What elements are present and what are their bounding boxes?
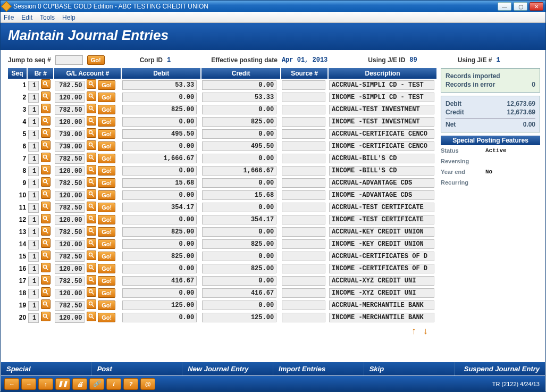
gl-go-button[interactable]: Go! [98,239,115,249]
gl-go-button[interactable]: Go! [98,227,115,237]
desc-input[interactable] [329,93,434,102]
br-lookup-icon[interactable] [41,263,51,272]
desc-input[interactable] [329,141,434,151]
gl-input[interactable] [55,215,85,225]
desc-input[interactable] [329,190,434,200]
scroll-up-icon[interactable]: ↑ [411,326,416,336]
desc-input[interactable] [329,276,434,286]
gl-go-button[interactable]: Go! [98,105,115,114]
debit-input[interactable] [122,166,197,176]
gl-input[interactable] [55,179,85,188]
gl-lookup-icon[interactable] [87,202,96,211]
credit-input[interactable] [202,117,276,127]
credit-input[interactable] [202,105,276,114]
desc-input[interactable] [329,301,434,310]
gl-go-button[interactable]: Go! [98,141,115,151]
link-icon[interactable]: 🔗 [89,378,104,390]
source-input[interactable] [282,117,325,127]
source-input[interactable] [282,227,325,237]
credit-input[interactable] [202,276,276,286]
desc-input[interactable] [329,117,434,127]
jump-seq-input[interactable] [55,55,83,65]
br-input[interactable] [28,93,39,103]
br-input[interactable] [28,252,39,262]
br-lookup-icon[interactable] [41,189,51,199]
br-lookup-icon[interactable] [41,165,51,174]
credit-input[interactable] [202,203,276,212]
gl-go-button[interactable]: Go! [98,252,115,261]
debit-input[interactable] [122,288,197,298]
credit-input[interactable] [202,190,276,200]
br-lookup-icon[interactable] [41,287,51,297]
source-input[interactable] [282,203,325,212]
br-input[interactable] [28,179,39,188]
credit-input[interactable] [202,227,276,237]
gl-go-button[interactable]: Go! [98,301,115,310]
footer-skip[interactable]: Skip [364,362,455,376]
debit-input[interactable] [122,105,197,114]
maximize-button[interactable]: ▢ [514,2,527,11]
gl-lookup-icon[interactable] [87,312,96,321]
desc-input[interactable] [329,252,434,261]
gl-lookup-icon[interactable] [87,238,96,248]
source-input[interactable] [282,93,325,102]
gl-lookup-icon[interactable] [87,128,96,138]
desc-input[interactable] [329,129,434,139]
br-input[interactable] [28,264,39,274]
br-lookup-icon[interactable] [41,79,51,89]
br-input[interactable] [28,154,39,164]
credit-input[interactable] [202,178,276,188]
source-input[interactable] [282,154,325,163]
gl-go-button[interactable]: Go! [98,276,115,286]
desc-input[interactable] [329,239,434,249]
desc-input[interactable] [329,178,434,188]
br-lookup-icon[interactable] [41,275,51,285]
gl-go-button[interactable]: Go! [98,215,115,224]
gl-input[interactable] [55,105,85,115]
gl-lookup-icon[interactable] [87,177,96,187]
desc-input[interactable] [329,80,434,90]
source-input[interactable] [282,252,325,261]
gl-input[interactable] [55,289,85,298]
br-input[interactable] [28,215,39,225]
source-input[interactable] [282,80,325,90]
br-lookup-icon[interactable] [41,140,51,150]
gl-input[interactable] [55,154,85,164]
credit-input[interactable] [202,301,276,310]
gl-go-button[interactable]: Go! [98,117,115,127]
close-button[interactable]: ✕ [530,2,543,11]
info-icon[interactable]: i [106,378,121,390]
source-input[interactable] [282,264,325,273]
gl-go-button[interactable]: Go! [98,93,115,102]
gl-input[interactable] [55,81,85,90]
debit-input[interactable] [122,141,197,151]
gl-input[interactable] [55,301,85,311]
debit-input[interactable] [122,117,197,127]
credit-input[interactable] [202,239,276,249]
debit-input[interactable] [122,239,197,249]
desc-input[interactable] [329,313,434,322]
debit-input[interactable] [122,227,197,237]
br-lookup-icon[interactable] [41,312,51,321]
gl-lookup-icon[interactable] [87,226,96,236]
gl-go-button[interactable]: Go! [98,154,115,163]
forward-icon[interactable]: → [21,378,36,390]
gl-lookup-icon[interactable] [87,263,96,272]
at-icon[interactable]: @ [140,378,155,390]
gl-lookup-icon[interactable] [87,275,96,285]
br-lookup-icon[interactable] [41,104,51,113]
debit-input[interactable] [122,215,197,224]
source-input[interactable] [282,313,325,322]
br-input[interactable] [28,203,39,213]
source-input[interactable] [282,215,325,224]
br-lookup-icon[interactable] [41,91,51,101]
debit-input[interactable] [122,178,197,188]
gl-input[interactable] [55,142,85,152]
desc-input[interactable] [329,105,434,114]
credit-input[interactable] [202,154,276,163]
gl-input[interactable] [55,130,85,139]
debit-input[interactable] [122,203,197,212]
gl-go-button[interactable]: Go! [98,80,115,90]
br-input[interactable] [28,313,39,323]
menu-help[interactable]: Help [62,14,75,21]
